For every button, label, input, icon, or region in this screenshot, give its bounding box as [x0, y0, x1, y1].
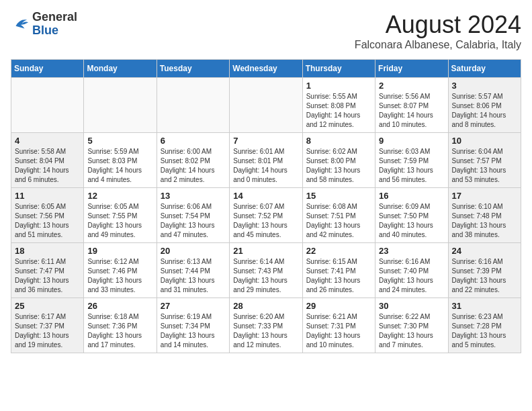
- calendar-day-5: 5Sunrise: 5:59 AMSunset: 8:03 PMDaylight…: [84, 133, 157, 188]
- calendar-day-16: 16Sunrise: 6:09 AMSunset: 7:50 PMDayligh…: [375, 188, 448, 243]
- calendar-day-27: 27Sunrise: 6:19 AMSunset: 7:34 PMDayligh…: [157, 298, 229, 353]
- day-number: 8: [306, 136, 371, 146]
- day-info: Sunrise: 5:59 AMSunset: 8:03 PMDaylight:…: [87, 147, 152, 185]
- calendar-day-3: 3Sunrise: 5:57 AMSunset: 8:06 PMDaylight…: [448, 78, 521, 133]
- day-info: Sunrise: 6:05 AMSunset: 7:55 PMDaylight:…: [87, 202, 152, 240]
- calendar-week-2: 4Sunrise: 5:58 AMSunset: 8:04 PMDaylight…: [11, 133, 521, 188]
- logo-general: General: [32, 10, 77, 24]
- day-number: 11: [15, 191, 80, 201]
- calendar-table: SundayMondayTuesdayWednesdayThursdayFrid…: [11, 59, 521, 353]
- location-title: Falconara Albanese, Calabria, Italy: [355, 39, 521, 51]
- calendar-day-19: 19Sunrise: 6:12 AMSunset: 7:46 PMDayligh…: [84, 243, 157, 298]
- day-info: Sunrise: 6:12 AMSunset: 7:46 PMDaylight:…: [87, 257, 152, 295]
- logo-blue: Blue: [32, 24, 58, 37]
- day-number: 25: [15, 301, 80, 311]
- calendar-day-25: 25Sunrise: 6:17 AMSunset: 7:37 PMDayligh…: [11, 298, 84, 353]
- day-info: Sunrise: 6:16 AMSunset: 7:39 PMDaylight:…: [452, 257, 517, 295]
- day-number: 12: [87, 191, 152, 201]
- day-info: Sunrise: 6:22 AMSunset: 7:30 PMDaylight:…: [379, 312, 444, 350]
- calendar-day-24: 24Sunrise: 6:16 AMSunset: 7:39 PMDayligh…: [448, 243, 521, 298]
- calendar-day-13: 13Sunrise: 6:06 AMSunset: 7:54 PMDayligh…: [157, 188, 229, 243]
- calendar-week-3: 11Sunrise: 6:05 AMSunset: 7:56 PMDayligh…: [11, 188, 521, 243]
- calendar-header: SundayMondayTuesdayWednesdayThursdayFrid…: [11, 60, 521, 78]
- calendar-day-4: 4Sunrise: 5:58 AMSunset: 8:04 PMDaylight…: [11, 133, 84, 188]
- day-number: 3: [452, 81, 517, 91]
- day-number: 31: [452, 301, 517, 311]
- day-info: Sunrise: 6:03 AMSunset: 7:59 PMDaylight:…: [379, 147, 444, 185]
- logo-bird-icon: [11, 15, 30, 34]
- calendar-day-30: 30Sunrise: 6:22 AMSunset: 7:30 PMDayligh…: [375, 298, 448, 353]
- day-number: 24: [452, 246, 517, 256]
- calendar-empty: [230, 78, 302, 133]
- day-info: Sunrise: 6:06 AMSunset: 7:54 PMDaylight:…: [161, 202, 226, 240]
- calendar-week-1: 1Sunrise: 5:55 AMSunset: 8:08 PMDaylight…: [11, 78, 521, 133]
- day-info: Sunrise: 6:10 AMSunset: 7:48 PMDaylight:…: [452, 202, 517, 240]
- day-number: 28: [233, 301, 298, 311]
- calendar-day-20: 20Sunrise: 6:13 AMSunset: 7:44 PMDayligh…: [157, 243, 229, 298]
- calendar-day-2: 2Sunrise: 5:56 AMSunset: 8:07 PMDaylight…: [375, 78, 448, 133]
- day-number: 13: [161, 191, 226, 201]
- day-number: 19: [87, 246, 152, 256]
- day-header-monday: Monday: [84, 60, 157, 78]
- calendar-day-18: 18Sunrise: 6:11 AMSunset: 7:47 PMDayligh…: [11, 243, 84, 298]
- day-number: 30: [379, 301, 444, 311]
- calendar-day-1: 1Sunrise: 5:55 AMSunset: 8:08 PMDaylight…: [302, 78, 375, 133]
- day-info: Sunrise: 6:15 AMSunset: 7:41 PMDaylight:…: [306, 257, 371, 295]
- calendar-day-26: 26Sunrise: 6:18 AMSunset: 7:36 PMDayligh…: [84, 298, 157, 353]
- day-info: Sunrise: 6:23 AMSunset: 7:28 PMDaylight:…: [452, 312, 517, 350]
- month-title: August 2024: [355, 11, 521, 39]
- day-number: 6: [161, 136, 226, 146]
- day-info: Sunrise: 6:19 AMSunset: 7:34 PMDaylight:…: [161, 312, 226, 350]
- day-info: Sunrise: 6:17 AMSunset: 7:37 PMDaylight:…: [15, 312, 80, 350]
- day-number: 22: [306, 246, 371, 256]
- logo-text: General Blue: [32, 11, 77, 38]
- day-info: Sunrise: 6:04 AMSunset: 7:57 PMDaylight:…: [452, 147, 517, 185]
- day-number: 9: [379, 136, 444, 146]
- day-info: Sunrise: 6:11 AMSunset: 7:47 PMDaylight:…: [15, 257, 80, 295]
- day-number: 7: [233, 136, 298, 146]
- calendar-empty: [84, 78, 157, 133]
- calendar-day-28: 28Sunrise: 6:20 AMSunset: 7:33 PMDayligh…: [230, 298, 302, 353]
- calendar-day-7: 7Sunrise: 6:01 AMSunset: 8:01 PMDaylight…: [230, 133, 302, 188]
- day-header-thursday: Thursday: [302, 60, 375, 78]
- day-info: Sunrise: 6:21 AMSunset: 7:31 PMDaylight:…: [306, 312, 371, 350]
- calendar-empty: [157, 78, 229, 133]
- day-number: 26: [87, 301, 152, 311]
- calendar-week-5: 25Sunrise: 6:17 AMSunset: 7:37 PMDayligh…: [11, 298, 521, 353]
- day-number: 17: [452, 191, 517, 201]
- calendar-day-15: 15Sunrise: 6:08 AMSunset: 7:51 PMDayligh…: [302, 188, 375, 243]
- day-info: Sunrise: 6:07 AMSunset: 7:52 PMDaylight:…: [233, 202, 298, 240]
- day-number: 16: [379, 191, 444, 201]
- calendar-day-17: 17Sunrise: 6:10 AMSunset: 7:48 PMDayligh…: [448, 188, 521, 243]
- calendar-week-4: 18Sunrise: 6:11 AMSunset: 7:47 PMDayligh…: [11, 243, 521, 298]
- day-header-friday: Friday: [375, 60, 448, 78]
- calendar-empty: [11, 78, 84, 133]
- calendar-day-8: 8Sunrise: 6:02 AMSunset: 8:00 PMDaylight…: [302, 133, 375, 188]
- calendar-day-23: 23Sunrise: 6:16 AMSunset: 7:40 PMDayligh…: [375, 243, 448, 298]
- title-block: August 2024 Falconara Albanese, Calabria…: [355, 11, 521, 51]
- calendar-day-31: 31Sunrise: 6:23 AMSunset: 7:28 PMDayligh…: [448, 298, 521, 353]
- day-number: 21: [233, 246, 298, 256]
- day-info: Sunrise: 6:09 AMSunset: 7:50 PMDaylight:…: [379, 202, 444, 240]
- calendar-day-14: 14Sunrise: 6:07 AMSunset: 7:52 PMDayligh…: [230, 188, 302, 243]
- day-number: 27: [161, 301, 226, 311]
- day-number: 5: [87, 136, 152, 146]
- page-header: General Blue August 2024 Falconara Alban…: [11, 11, 521, 51]
- logo: General Blue: [11, 11, 77, 38]
- calendar-day-21: 21Sunrise: 6:14 AMSunset: 7:43 PMDayligh…: [230, 243, 302, 298]
- day-info: Sunrise: 6:20 AMSunset: 7:33 PMDaylight:…: [233, 312, 298, 350]
- day-info: Sunrise: 6:14 AMSunset: 7:43 PMDaylight:…: [233, 257, 298, 295]
- day-number: 15: [306, 191, 371, 201]
- day-info: Sunrise: 5:57 AMSunset: 8:06 PMDaylight:…: [452, 92, 517, 130]
- day-number: 14: [233, 191, 298, 201]
- day-info: Sunrise: 6:16 AMSunset: 7:40 PMDaylight:…: [379, 257, 444, 295]
- day-info: Sunrise: 6:00 AMSunset: 8:02 PMDaylight:…: [161, 147, 226, 185]
- day-number: 4: [15, 136, 80, 146]
- calendar-day-9: 9Sunrise: 6:03 AMSunset: 7:59 PMDaylight…: [375, 133, 448, 188]
- day-info: Sunrise: 6:02 AMSunset: 8:00 PMDaylight:…: [306, 147, 371, 185]
- day-info: Sunrise: 6:18 AMSunset: 7:36 PMDaylight:…: [87, 312, 152, 350]
- day-header-wednesday: Wednesday: [230, 60, 302, 78]
- day-number: 23: [379, 246, 444, 256]
- day-info: Sunrise: 6:01 AMSunset: 8:01 PMDaylight:…: [233, 147, 298, 185]
- day-header-saturday: Saturday: [448, 60, 521, 78]
